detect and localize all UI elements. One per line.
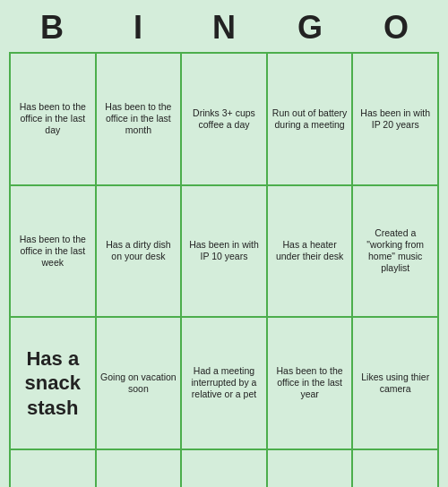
title-letter-N: N	[189, 9, 259, 47]
bingo-cell-8: Has a heater under their desk	[268, 186, 352, 317]
title-letter-G: G	[275, 9, 345, 47]
bingo-cell-4: Has been in with IP 20 years	[353, 54, 437, 184]
bingo-cell-1: Has been to the office in the last month	[97, 54, 181, 184]
bingo-cell-0: Has been to the office in the last day	[11, 54, 95, 184]
bingo-cell-18: Free!	[268, 450, 352, 488]
bingo-cell-13: Has been to the office in the last year	[268, 318, 352, 449]
bingo-cell-7: Has been in with IP 10 years	[182, 186, 266, 317]
bingo-cell-15: Celebrated a teammate's birthday virtual…	[11, 450, 95, 488]
bingo-cell-14: Likes using thier camera	[353, 318, 437, 449]
bingo-cell-2: Drinks 3+ cups coffee a day	[182, 54, 266, 184]
bingo-cell-16: Participates in Virgin Pulse	[97, 450, 181, 488]
bingo-cell-5: Has been to the office in the last week	[11, 186, 95, 317]
bingo-cell-19: Has 0 unread emails	[353, 450, 437, 488]
bingo-cell-6: Has a dirty dish on your desk	[97, 186, 181, 317]
bingo-grid: Has been to the office in the last dayHa…	[9, 52, 439, 487]
bingo-cell-11: Going on vacation soon	[97, 318, 181, 449]
bingo-cell-9: Created a "working from home" music play…	[353, 186, 437, 317]
bingo-cell-17: Has a standing desk	[182, 450, 266, 488]
bingo-cell-12: Had a meeting interrupted by a relative …	[182, 318, 266, 449]
bingo-cell-10: Has a snack stash	[11, 318, 95, 449]
bingo-title: BINGO	[9, 9, 439, 47]
title-letter-B: B	[17, 9, 87, 47]
bingo-cell-3: Run out of battery during a meeting	[268, 54, 352, 184]
title-letter-I: I	[103, 9, 173, 47]
title-letter-O: O	[361, 9, 431, 47]
